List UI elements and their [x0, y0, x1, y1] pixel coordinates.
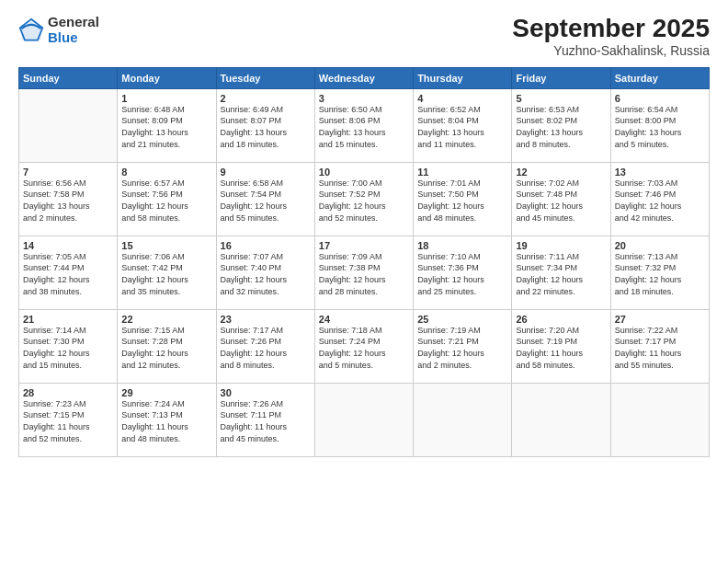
day-cell: 24Sunrise: 7:18 AM Sunset: 7:24 PM Dayli…	[314, 309, 413, 383]
day-cell: 19Sunrise: 7:11 AM Sunset: 7:34 PM Dayli…	[512, 236, 610, 309]
weekday-header: Friday	[512, 67, 610, 88]
day-number: 8	[121, 167, 211, 178]
day-cell	[512, 383, 610, 456]
day-info: Sunrise: 7:14 AM Sunset: 7:30 PM Dayligh…	[23, 325, 113, 371]
day-number: 21	[23, 314, 113, 325]
week-row: 7Sunrise: 6:56 AM Sunset: 7:58 PM Daylig…	[19, 162, 710, 236]
week-row: 14Sunrise: 7:05 AM Sunset: 7:44 PM Dayli…	[19, 236, 710, 309]
page: General Blue September 2025 Yuzhno-Sakha…	[0, 0, 728, 563]
day-info: Sunrise: 7:22 AM Sunset: 7:17 PM Dayligh…	[615, 325, 705, 371]
day-info: Sunrise: 7:01 AM Sunset: 7:50 PM Dayligh…	[417, 178, 507, 224]
day-cell: 4Sunrise: 6:52 AM Sunset: 8:04 PM Daylig…	[414, 88, 512, 162]
title-block: September 2025 Yuzhno-Sakhalinsk, Russia	[512, 15, 710, 58]
day-number: 14	[23, 240, 113, 251]
day-cell: 14Sunrise: 7:05 AM Sunset: 7:44 PM Dayli…	[19, 236, 118, 309]
day-number: 3	[319, 93, 409, 104]
day-cell: 25Sunrise: 7:19 AM Sunset: 7:21 PM Dayli…	[414, 309, 512, 383]
day-cell: 16Sunrise: 7:07 AM Sunset: 7:40 PM Dayli…	[216, 236, 314, 309]
calendar-table: SundayMondayTuesdayWednesdayThursdayFrid…	[18, 67, 710, 457]
day-number: 6	[615, 93, 705, 104]
day-cell	[414, 383, 512, 456]
day-cell: 10Sunrise: 7:00 AM Sunset: 7:52 PM Dayli…	[314, 162, 413, 236]
day-number: 5	[516, 93, 606, 104]
day-number: 19	[516, 240, 606, 251]
week-row: 21Sunrise: 7:14 AM Sunset: 7:30 PM Dayli…	[19, 309, 710, 383]
logo-blue: Blue	[48, 30, 99, 46]
day-number: 9	[221, 167, 311, 178]
day-cell: 3Sunrise: 6:50 AM Sunset: 8:06 PM Daylig…	[314, 88, 413, 162]
day-info: Sunrise: 6:57 AM Sunset: 7:56 PM Dayligh…	[121, 178, 211, 224]
day-number: 22	[121, 314, 211, 325]
day-number: 28	[23, 387, 113, 398]
day-info: Sunrise: 6:53 AM Sunset: 8:02 PM Dayligh…	[516, 104, 606, 150]
day-info: Sunrise: 6:48 AM Sunset: 8:09 PM Dayligh…	[121, 104, 211, 150]
day-number: 17	[319, 240, 409, 251]
day-number: 11	[417, 167, 507, 178]
day-cell: 5Sunrise: 6:53 AM Sunset: 8:02 PM Daylig…	[512, 88, 610, 162]
day-info: Sunrise: 7:18 AM Sunset: 7:24 PM Dayligh…	[319, 325, 409, 371]
day-number: 4	[417, 93, 507, 104]
day-cell: 17Sunrise: 7:09 AM Sunset: 7:38 PM Dayli…	[314, 236, 413, 309]
day-cell: 21Sunrise: 7:14 AM Sunset: 7:30 PM Dayli…	[19, 309, 118, 383]
day-info: Sunrise: 6:56 AM Sunset: 7:58 PM Dayligh…	[23, 178, 113, 224]
day-number: 2	[221, 93, 311, 104]
day-info: Sunrise: 7:13 AM Sunset: 7:32 PM Dayligh…	[615, 251, 705, 297]
month-title: September 2025	[512, 15, 710, 43]
day-cell: 28Sunrise: 7:23 AM Sunset: 7:15 PM Dayli…	[19, 383, 118, 456]
logo-text: General Blue	[48, 15, 99, 45]
day-number: 16	[221, 240, 311, 251]
location: Yuzhno-Sakhalinsk, Russia	[512, 43, 710, 58]
day-number: 29	[121, 387, 211, 398]
day-cell: 29Sunrise: 7:24 AM Sunset: 7:13 PM Dayli…	[118, 383, 216, 456]
header-row: SundayMondayTuesdayWednesdayThursdayFrid…	[19, 67, 710, 88]
day-cell: 18Sunrise: 7:10 AM Sunset: 7:36 PM Dayli…	[414, 236, 512, 309]
day-cell	[610, 383, 709, 456]
day-info: Sunrise: 7:00 AM Sunset: 7:52 PM Dayligh…	[319, 178, 409, 224]
day-cell: 1Sunrise: 6:48 AM Sunset: 8:09 PM Daylig…	[118, 88, 216, 162]
day-number: 1	[121, 93, 211, 104]
day-cell: 2Sunrise: 6:49 AM Sunset: 8:07 PM Daylig…	[216, 88, 314, 162]
day-info: Sunrise: 7:10 AM Sunset: 7:36 PM Dayligh…	[417, 251, 507, 297]
day-number: 30	[221, 387, 311, 398]
day-cell: 20Sunrise: 7:13 AM Sunset: 7:32 PM Dayli…	[610, 236, 709, 309]
weekday-header: Saturday	[610, 67, 709, 88]
day-info: Sunrise: 7:26 AM Sunset: 7:11 PM Dayligh…	[221, 398, 311, 444]
weekday-header: Sunday	[19, 67, 118, 88]
day-info: Sunrise: 6:50 AM Sunset: 8:06 PM Dayligh…	[319, 104, 409, 150]
week-row: 1Sunrise: 6:48 AM Sunset: 8:09 PM Daylig…	[19, 88, 710, 162]
day-cell: 30Sunrise: 7:26 AM Sunset: 7:11 PM Dayli…	[216, 383, 314, 456]
day-cell: 15Sunrise: 7:06 AM Sunset: 7:42 PM Dayli…	[118, 236, 216, 309]
day-number: 23	[221, 314, 311, 325]
day-info: Sunrise: 7:19 AM Sunset: 7:21 PM Dayligh…	[417, 325, 507, 371]
logo: General Blue	[18, 15, 99, 45]
day-info: Sunrise: 7:07 AM Sunset: 7:40 PM Dayligh…	[221, 251, 311, 297]
weekday-header: Wednesday	[314, 67, 413, 88]
day-info: Sunrise: 7:11 AM Sunset: 7:34 PM Dayligh…	[516, 251, 606, 297]
weekday-header: Thursday	[414, 67, 512, 88]
day-cell: 7Sunrise: 6:56 AM Sunset: 7:58 PM Daylig…	[19, 162, 118, 236]
day-cell: 23Sunrise: 7:17 AM Sunset: 7:26 PM Dayli…	[216, 309, 314, 383]
day-number: 27	[615, 314, 705, 325]
day-info: Sunrise: 7:03 AM Sunset: 7:46 PM Dayligh…	[615, 178, 705, 224]
day-number: 7	[23, 167, 113, 178]
day-cell: 22Sunrise: 7:15 AM Sunset: 7:28 PM Dayli…	[118, 309, 216, 383]
day-info: Sunrise: 7:24 AM Sunset: 7:13 PM Dayligh…	[121, 398, 211, 444]
day-number: 10	[319, 167, 409, 178]
weekday-header: Monday	[118, 67, 216, 88]
day-cell	[19, 88, 118, 162]
day-cell: 12Sunrise: 7:02 AM Sunset: 7:48 PM Dayli…	[512, 162, 610, 236]
day-info: Sunrise: 6:58 AM Sunset: 7:54 PM Dayligh…	[221, 178, 311, 224]
day-number: 26	[516, 314, 606, 325]
header: General Blue September 2025 Yuzhno-Sakha…	[18, 15, 710, 58]
day-info: Sunrise: 6:52 AM Sunset: 8:04 PM Dayligh…	[417, 104, 507, 150]
day-info: Sunrise: 7:05 AM Sunset: 7:44 PM Dayligh…	[23, 251, 113, 297]
day-info: Sunrise: 6:49 AM Sunset: 8:07 PM Dayligh…	[221, 104, 311, 150]
day-number: 24	[319, 314, 409, 325]
day-cell: 27Sunrise: 7:22 AM Sunset: 7:17 PM Dayli…	[610, 309, 709, 383]
day-cell: 11Sunrise: 7:01 AM Sunset: 7:50 PM Dayli…	[414, 162, 512, 236]
day-cell: 13Sunrise: 7:03 AM Sunset: 7:46 PM Dayli…	[610, 162, 709, 236]
day-number: 13	[615, 167, 705, 178]
day-info: Sunrise: 7:09 AM Sunset: 7:38 PM Dayligh…	[319, 251, 409, 297]
day-info: Sunrise: 7:02 AM Sunset: 7:48 PM Dayligh…	[516, 178, 606, 224]
day-info: Sunrise: 7:23 AM Sunset: 7:15 PM Dayligh…	[23, 398, 113, 444]
